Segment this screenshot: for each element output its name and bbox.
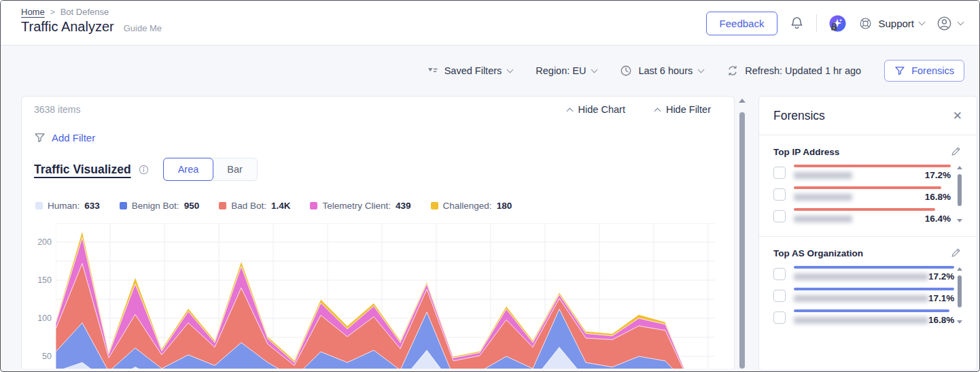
saved-filters-label: Saved Filters: [444, 65, 502, 76]
scrollbar-thumb[interactable]: [958, 174, 962, 206]
row-checkbox[interactable]: [773, 268, 786, 280]
filter-list-icon: [427, 65, 438, 77]
scroll-down-arrow[interactable]: [957, 219, 962, 222]
value-bar: [794, 309, 949, 312]
breadcrumb-section: Bot Defense: [60, 7, 109, 17]
chevron-down-icon: [919, 18, 926, 25]
forensics-section: Top AS Organization 17.2% 17.1%: [759, 236, 977, 337]
breadcrumb-home-link[interactable]: Home: [21, 7, 45, 17]
support-lifering-icon: [858, 16, 873, 31]
breadcrumb-separator: >: [50, 7, 55, 17]
value-bar: [794, 208, 935, 211]
list-scrollbar[interactable]: [956, 166, 963, 224]
legend-label: Benign Bot:: [132, 201, 179, 211]
add-filter-label: Add Filter: [52, 132, 95, 143]
forensics-section-title: Top AS Organization: [773, 248, 863, 258]
legend-swatch: [219, 202, 226, 209]
redacted-label: [794, 194, 852, 201]
percentage-value: 17.2%: [928, 271, 954, 282]
header-right: Feedback: [706, 1, 963, 46]
legend-swatch: [35, 202, 43, 209]
chart-title: Traffic Visualized: [34, 163, 131, 177]
user-avatar-icon: [936, 15, 953, 32]
toggle-bar-option[interactable]: Bar: [213, 158, 257, 180]
stacked-area-chart[interactable]: [56, 223, 729, 369]
refresh-label: Refresh: Updated 1 hr ago: [745, 65, 861, 76]
refresh-icon: [727, 65, 739, 77]
items-count: 3638 items: [34, 104, 80, 115]
saved-filters-dropdown[interactable]: Saved Filters: [427, 65, 513, 77]
redacted-label: [794, 273, 928, 280]
redacted-label: [794, 216, 852, 222]
chevron-up-icon: [566, 107, 573, 114]
ai-assistant-icon[interactable]: [828, 14, 847, 33]
percentage-value: 16.8%: [928, 315, 954, 325]
row-checkbox[interactable]: [773, 167, 786, 179]
percentage-value: 17.1%: [928, 293, 954, 303]
page-scrollbar[interactable]: [739, 99, 746, 369]
scroll-up-arrow[interactable]: [957, 267, 962, 271]
redacted-label: [794, 295, 928, 302]
hide-filter-button[interactable]: Hide Filter: [655, 104, 711, 115]
legend-label: Telemetry Client:: [322, 201, 391, 211]
forensics-row: 16.8%: [773, 309, 951, 325]
chevron-down-icon: [698, 66, 705, 73]
clock-icon: [620, 65, 632, 77]
legend-value: 950: [184, 201, 200, 211]
list-scrollbar[interactable]: [956, 267, 963, 325]
hide-chart-button[interactable]: Hide Chart: [567, 104, 625, 115]
legend-value: 180: [497, 201, 512, 211]
forensics-toggle-button[interactable]: Forensics: [884, 60, 964, 82]
y-axis-tick: 50: [22, 352, 52, 361]
percentage-value: 16.4%: [925, 214, 951, 224]
region-dropdown[interactable]: Region: EU: [536, 65, 597, 76]
feedback-button[interactable]: Feedback: [706, 12, 778, 35]
value-bar: [794, 186, 941, 189]
scroll-up-arrow[interactable]: [739, 99, 746, 103]
forensics-row: 17.1%: [773, 288, 951, 303]
scroll-down-arrow[interactable]: [957, 320, 962, 324]
hide-chart-label: Hide Chart: [578, 104, 625, 115]
guide-me-link[interactable]: Guide Me: [124, 23, 162, 33]
row-checkbox[interactable]: [773, 188, 786, 201]
legend-swatch: [120, 202, 127, 209]
add-filter-button[interactable]: Add Filter: [34, 132, 95, 143]
info-icon[interactable]: [138, 164, 150, 175]
percentage-value: 16.8%: [925, 192, 951, 202]
forensics-row: 17.2%: [773, 266, 951, 282]
refresh-button[interactable]: Refresh: Updated 1 hr ago: [727, 65, 861, 77]
close-icon[interactable]: ✕: [953, 110, 962, 122]
legend-value: 439: [396, 201, 411, 211]
edit-pencil-icon[interactable]: [950, 246, 963, 258]
scrollbar-thumb[interactable]: [739, 112, 745, 369]
forensics-section: Top IP Address 17.2% 16.8%: [759, 135, 977, 236]
notifications-bell-icon[interactable]: [789, 16, 805, 31]
legend-label: Human:: [48, 201, 80, 211]
row-checkbox[interactable]: [773, 290, 786, 302]
hide-filter-label: Hide Filter: [666, 104, 711, 115]
legend-value: 633: [84, 201, 100, 211]
value-bar: [794, 266, 954, 269]
scroll-up-arrow[interactable]: [957, 166, 962, 169]
chevron-down-icon: [507, 66, 514, 73]
row-checkbox[interactable]: [773, 311, 786, 324]
time-range-dropdown[interactable]: Last 6 hours: [620, 65, 703, 77]
header-left: Home > Bot Defense Traffic Analyzer Guid…: [21, 7, 162, 35]
legend-swatch: [310, 202, 317, 209]
traffic-panel: 3638 items Hide Chart Hide Filter Add Fi…: [21, 96, 735, 369]
support-menu[interactable]: Support: [858, 16, 924, 31]
forensics-title: Forensics: [773, 109, 825, 123]
forensics-row: 17.2%: [773, 165, 951, 180]
toggle-area-option[interactable]: Area: [163, 158, 214, 181]
edit-pencil-icon[interactable]: [950, 144, 963, 157]
row-checkbox[interactable]: [773, 210, 786, 222]
chart-legend: Human: 633 Benign Bot: 950 Bad Bot: 1.4K…: [35, 201, 512, 211]
y-axis-tick: 100: [22, 314, 52, 323]
header: Home > Bot Defense Traffic Analyzer Guid…: [1, 1, 979, 46]
user-account-menu[interactable]: [936, 15, 963, 32]
forensics-section-title: Top IP Address: [773, 147, 839, 157]
breadcrumb: Home > Bot Defense: [21, 7, 162, 17]
value-bar: [794, 165, 951, 167]
value-bar: [794, 288, 954, 290]
scrollbar-thumb[interactable]: [958, 275, 962, 307]
